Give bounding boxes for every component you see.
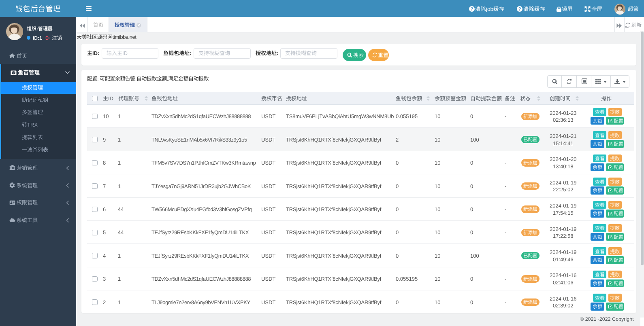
svg-text:?: ? <box>518 6 521 11</box>
svg-text:?: ? <box>470 6 473 11</box>
